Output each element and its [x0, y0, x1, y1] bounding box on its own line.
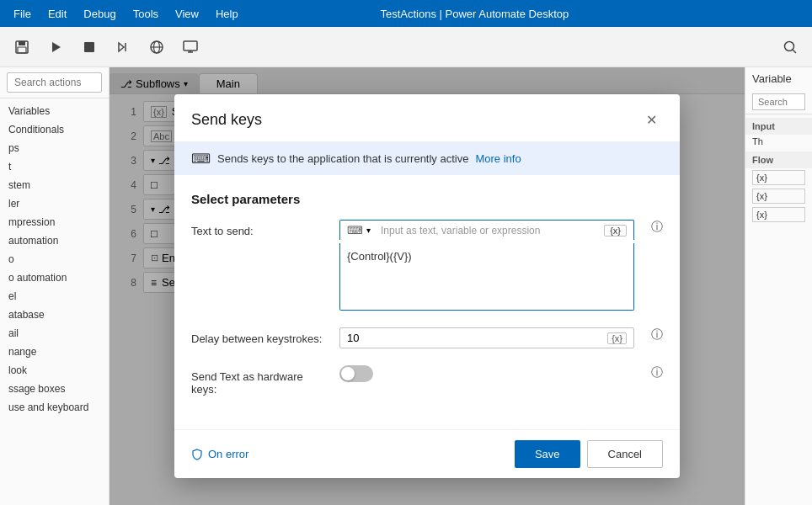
svg-marker-3 [52, 42, 61, 52]
on-error-button[interactable]: On error [191, 448, 248, 460]
svg-line-14 [793, 50, 796, 53]
center-content: ⎇ Subflows ▾ Main 1 {x} Se 2 Abc Sp [110, 67, 745, 505]
app-title: TestActions | Power Automate Desktop [380, 8, 569, 20]
svg-point-13 [785, 41, 794, 50]
right-panel-section-input: Input [745, 118, 812, 135]
sidebar-item-t[interactable]: t [0, 157, 109, 176]
sidebar-item-use-keyboard[interactable]: use and keyboard [0, 398, 109, 417]
modal-info-text: Sends keys to the application that is cu… [217, 152, 468, 165]
modal-close-button[interactable]: ✕ [639, 108, 663, 131]
sidebar-item-ler[interactable]: ler [0, 194, 109, 213]
delay-info-icon[interactable]: ⓘ [651, 327, 663, 343]
toggle-knob [341, 367, 355, 380]
desktop-button[interactable] [175, 32, 206, 62]
run-button[interactable] [40, 32, 71, 62]
stop-button[interactable] [74, 32, 104, 62]
keyboard-icon: ⌨ [191, 151, 211, 167]
modal-footer: On error Save Cancel [174, 429, 680, 478]
hardware-keys-toggle-container [339, 365, 634, 382]
sidebar-item-o-automation[interactable]: o automation [0, 268, 109, 287]
modal-overlay: Send keys ✕ ⌨ Sends keys to the applicat… [110, 67, 745, 505]
select-parameters-title: Select parameters [191, 192, 663, 206]
sidebar-item-el[interactable]: el [0, 287, 109, 306]
hardware-keys-label: Send Text as hardware keys: [191, 365, 326, 396]
sidebar-item-variables[interactable]: Variables [0, 102, 109, 120]
delay-input[interactable] [347, 332, 601, 344]
toolbar-search-button[interactable] [775, 32, 805, 62]
modal-title: Send keys [191, 111, 262, 129]
sidebar-item-mpression[interactable]: mpression [0, 213, 109, 231]
modal-header: Send keys ✕ [174, 94, 680, 142]
right-panel-var-th: Th [745, 135, 812, 148]
text-to-send-input[interactable]: {Control}({V}) [339, 243, 634, 311]
sidebar-item-ps[interactable]: ps [0, 139, 109, 157]
save-button[interactable]: Save [515, 440, 580, 468]
menu-edit[interactable]: Edit [41, 6, 73, 22]
menu-debug[interactable]: Debug [77, 6, 122, 22]
right-panel-search-input[interactable] [752, 93, 805, 110]
modal-info-bar: ⌨ Sends keys to the application that is … [174, 142, 680, 175]
sidebar-item-atabase[interactable]: atabase [0, 306, 109, 324]
input-mode-dropdown[interactable]: ▾ [366, 226, 371, 235]
shield-icon [191, 449, 203, 460]
delay-control: {x} [339, 327, 634, 348]
text-to-send-row: Text to send: ⌨ ▾ Input as text, variabl… [191, 220, 663, 311]
sidebar-item-o[interactable]: o [0, 250, 109, 268]
right-panel-section-flow: Flow [745, 152, 812, 168]
input-mode-icon: ⌨ [347, 224, 363, 237]
left-sidebar: Variables Conditionals ps t stem ler mpr… [0, 67, 110, 505]
search-input[interactable] [7, 72, 102, 93]
delay-var-button[interactable]: {x} [607, 332, 627, 344]
main-layout: Variables Conditionals ps t stem ler mpr… [0, 67, 812, 505]
text-to-send-info-icon[interactable]: ⓘ [651, 220, 663, 235]
sidebar-item-ssage-boxes[interactable]: ssage boxes [0, 380, 109, 398]
menu-file[interactable]: File [7, 6, 38, 22]
sidebar-item-stem[interactable]: stem [0, 176, 109, 194]
right-panel-var-flow-3: {x} [752, 207, 805, 222]
hardware-keys-info-icon[interactable]: ⓘ [651, 365, 663, 380]
right-panel-var-flow-2: {x} [752, 189, 805, 204]
search-actions-container [0, 67, 109, 98]
right-panel: Variable Input Th Flow {x} {x} {x} [745, 67, 812, 505]
cancel-button[interactable]: Cancel [587, 440, 663, 468]
svg-rect-10 [184, 41, 197, 50]
text-to-send-value: {Control}({V}) [347, 250, 412, 263]
text-input-placeholder: Input as text, variable or expression [374, 225, 601, 237]
text-to-send-control: ⌨ ▾ Input as text, variable or expressio… [339, 220, 634, 311]
on-error-label: On error [208, 448, 248, 460]
save-toolbar-button[interactable] [7, 32, 37, 62]
title-bar: File Edit Debug Tools View Help TestActi… [0, 0, 812, 27]
menu-help[interactable]: Help [209, 6, 245, 22]
sidebar-item-conditionals[interactable]: Conditionals [0, 120, 109, 139]
hardware-keys-row: Send Text as hardware keys: ⓘ [191, 365, 663, 396]
sidebar-item-automation[interactable]: automation [0, 231, 109, 250]
menu-bar[interactable]: File Edit Debug Tools View Help [7, 6, 245, 22]
sidebar-item-ail[interactable]: ail [0, 324, 109, 343]
sidebar-items-list: Variables Conditionals ps t stem ler mpr… [0, 98, 109, 505]
right-panel-search [745, 90, 812, 114]
toolbar [0, 27, 812, 67]
text-input-header: ⌨ ▾ Input as text, variable or expressio… [339, 220, 634, 240]
hardware-keys-control [339, 365, 634, 382]
text-to-send-label: Text to send: [191, 220, 326, 237]
sidebar-item-look[interactable]: look [0, 361, 109, 380]
text-var-button[interactable]: {x} [604, 225, 627, 237]
send-keys-dialog: Send keys ✕ ⌨ Sends keys to the applicat… [174, 94, 680, 478]
svg-marker-5 [119, 43, 124, 51]
step-over-button[interactable] [108, 32, 138, 62]
right-panel-title: Variable [745, 67, 812, 90]
right-panel-var-flow-1: {x} [752, 170, 805, 185]
hardware-keys-toggle[interactable] [339, 365, 373, 382]
modal-body: Select parameters Text to send: ⌨ ▾ Inpu… [174, 175, 680, 429]
title-bar-menu[interactable]: File Edit Debug Tools View Help [7, 6, 245, 22]
svg-rect-1 [19, 41, 25, 45]
more-info-link[interactable]: More info [475, 152, 521, 165]
delay-row: Delay between keystrokes: {x} ⓘ [191, 327, 663, 348]
web-button[interactable] [142, 32, 172, 62]
sidebar-item-nange[interactable]: nange [0, 343, 109, 361]
menu-tools[interactable]: Tools [126, 6, 165, 22]
svg-rect-4 [84, 42, 94, 52]
menu-view[interactable]: View [168, 6, 206, 22]
delay-label: Delay between keystrokes: [191, 327, 326, 345]
modal-actions: Save Cancel [515, 440, 663, 468]
